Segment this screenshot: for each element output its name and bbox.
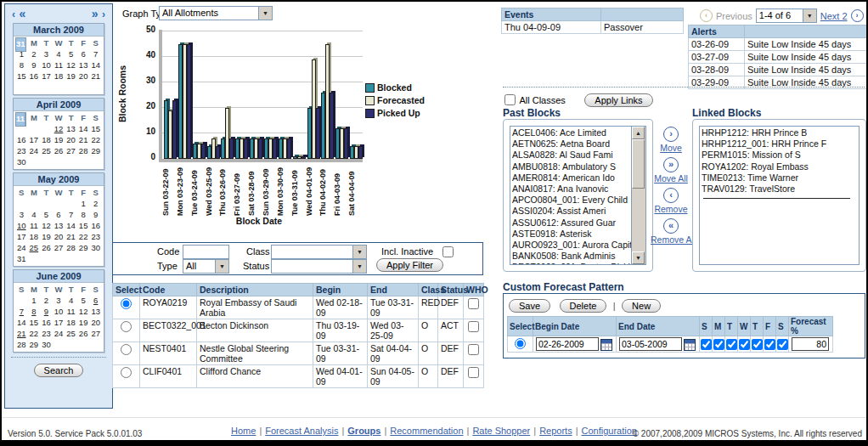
calendar-day[interactable]: 4	[53, 48, 65, 59]
calendar-day[interactable]: 6	[77, 48, 90, 59]
calendar-day[interactable]: 20	[77, 71, 90, 82]
who-checkbox[interactable]	[468, 344, 479, 355]
calendar-day[interactable]: 19	[53, 134, 65, 145]
calendar-day[interactable]: 20	[89, 317, 102, 328]
calendar-day[interactable]: 11	[65, 306, 77, 317]
calendar-day[interactable]: 14	[89, 59, 102, 71]
calendar-day[interactable]: 22	[77, 231, 90, 242]
calendar-day[interactable]: 20	[65, 134, 77, 145]
calendar-day[interactable]: 4	[65, 295, 77, 306]
calendar-day[interactable]: 16	[28, 71, 41, 82]
list-item[interactable]: BECT0923_001: Becton Dicki	[512, 262, 631, 264]
calendar-day[interactable]: 25	[65, 328, 77, 339]
calendar-day[interactable]: 17	[28, 134, 41, 145]
footer-link-home[interactable]: Home	[231, 426, 256, 436]
calendar-day[interactable]: 31	[15, 37, 26, 52]
calendar-day[interactable]: 27	[53, 242, 65, 253]
move-all-link[interactable]: Move All	[651, 173, 691, 183]
calendar-day[interactable]: 5	[40, 209, 53, 220]
calendar-day[interactable]: 30	[40, 339, 53, 350]
list-item[interactable]: AMBU0818: Ambulatory S	[512, 161, 631, 172]
calendar-day[interactable]: 1	[77, 198, 90, 209]
calendar-day[interactable]: 17	[40, 71, 53, 82]
list-item[interactable]: ASTE0918: Asterisk	[512, 229, 631, 240]
list-item[interactable]: HRHP1212_001: HRH Prince F	[702, 138, 859, 150]
list-item[interactable]: TRAV0129: TravelStore	[702, 183, 859, 195]
calendar-day[interactable]: 8	[28, 306, 41, 317]
calendar-day[interactable]: 16	[89, 220, 102, 231]
forecast-percent-input[interactable]	[792, 337, 829, 351]
calendar-day[interactable]: 3	[53, 295, 65, 306]
calendar-day[interactable]: 19	[40, 231, 53, 242]
calendar-day[interactable]: 16	[15, 134, 28, 145]
calendar-day[interactable]: 22	[89, 134, 102, 145]
calendar-day[interactable]: 23	[40, 328, 53, 339]
row-select-radio[interactable]	[121, 344, 132, 355]
list-item[interactable]: ROYA1202: Royal Embass	[702, 161, 859, 172]
footer-link-recommendation[interactable]: Recommendation	[390, 426, 463, 436]
calendar-day[interactable]: 11	[15, 112, 25, 127]
calendar-day[interactable]: 7	[15, 306, 28, 317]
calendar-picker-icon[interactable]	[684, 339, 696, 351]
who-checkbox[interactable]	[468, 321, 479, 332]
search-button[interactable]: Search	[34, 364, 84, 377]
calendar-day[interactable]: 13	[53, 220, 65, 231]
calendar-day[interactable]: 2	[89, 198, 102, 209]
calendar-day[interactable]: 1	[28, 295, 41, 306]
row-select-radio[interactable]	[121, 298, 132, 309]
past-blocks-listbox[interactable]: ACEL0406: Ace LimitedAETN0625: Aetna Boa…	[510, 126, 646, 265]
calendar-day[interactable]: 21	[65, 231, 77, 242]
calendar-day[interactable]: 25	[28, 242, 41, 253]
list-item[interactable]: BANK0508: Bank Adminis	[512, 251, 631, 262]
calendar-day[interactable]: 18	[40, 134, 53, 145]
list-item[interactable]: AURO0923_001: Aurora Capit	[512, 240, 631, 251]
calendar-day[interactable]: 24	[15, 242, 28, 253]
move-icon[interactable]: ›	[663, 127, 679, 142]
calendar-day[interactable]: 23	[89, 231, 102, 242]
status-select[interactable]: ▼	[271, 259, 367, 274]
calendar-day[interactable]: 10	[15, 220, 28, 231]
linked-blocks-listbox[interactable]: HRHP1212: HRH Prince BHRHP1212_001: HRH …	[699, 126, 860, 265]
calendar-day[interactable]: 3	[40, 48, 53, 59]
day-checkbox[interactable]	[777, 339, 788, 350]
graph-type-select[interactable]: All Allotments ▼	[159, 6, 273, 20]
list-item[interactable]: PERM1015: Mission of S	[702, 150, 859, 161]
calendar-day[interactable]: 10	[53, 306, 65, 317]
calendar-day[interactable]: 30	[89, 242, 102, 253]
calendar-day[interactable]: 18	[65, 317, 77, 328]
scroll-down-icon[interactable]: ▼	[632, 251, 645, 264]
apply-filter-button[interactable]: Apply Filter	[376, 258, 443, 272]
day-checkbox[interactable]	[713, 339, 724, 350]
calendar-day[interactable]: 21	[77, 134, 90, 145]
calendar-day[interactable]: 29	[89, 145, 102, 156]
calendar-day[interactable]: 8	[77, 209, 90, 220]
calendar-day[interactable]: 15	[89, 123, 102, 134]
calendar-day[interactable]: 27	[89, 328, 102, 339]
calendar-day[interactable]: 2	[28, 48, 41, 59]
type-select[interactable]: All ▼	[183, 259, 229, 274]
calendar-day[interactable]: 12	[53, 123, 65, 134]
calendar-day[interactable]: 9	[28, 59, 41, 71]
calendar-day[interactable]: 19	[65, 71, 77, 82]
prev-year-icon[interactable]: «	[19, 7, 25, 20]
calendar-day[interactable]: 11	[28, 220, 41, 231]
calendar-day[interactable]: 10	[40, 59, 53, 71]
list-item[interactable]: ASSI0204: Assist Ameri	[512, 206, 631, 217]
end-date-input[interactable]	[619, 337, 682, 351]
calendar-day[interactable]: 14	[65, 220, 77, 231]
class-select[interactable]: ▼	[271, 245, 367, 259]
calendar-day[interactable]: 6	[89, 295, 102, 306]
calendar-day[interactable]: 30	[15, 156, 28, 167]
calendar-day[interactable]: 27	[65, 145, 77, 156]
calendar-day[interactable]: 26	[53, 145, 65, 156]
calendar-day[interactable]: 9	[40, 306, 53, 317]
calendar-day[interactable]: 15	[15, 71, 28, 82]
calendar-day[interactable]: 12	[65, 59, 77, 71]
calendar-day[interactable]: 17	[53, 317, 65, 328]
calendar-day[interactable]: 29	[28, 339, 41, 350]
scrollbar-thumb[interactable]	[632, 139, 645, 189]
calendar-day[interactable]: 14	[15, 317, 28, 328]
list-item[interactable]: ACEL0406: Ace Limited	[512, 127, 631, 138]
calendar-day[interactable]: 15	[28, 317, 41, 328]
prev-month-icon[interactable]: ‹	[12, 8, 15, 20]
